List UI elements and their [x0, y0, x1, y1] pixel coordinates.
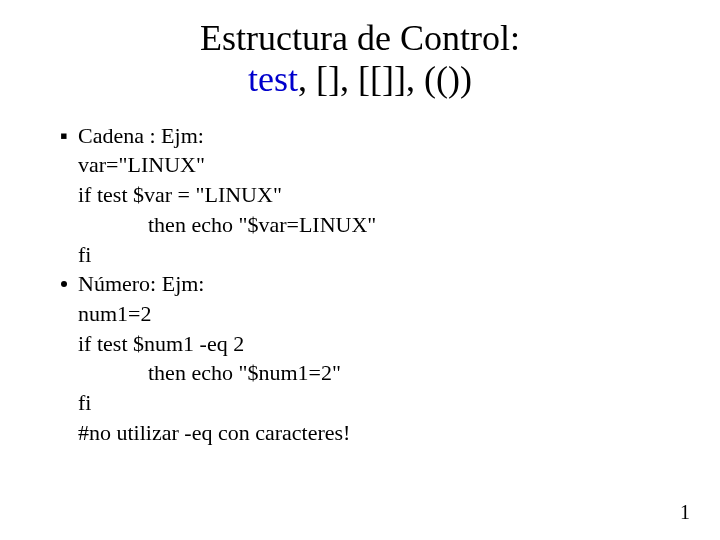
body-line: if test $num1 -eq 2 — [50, 329, 720, 359]
body-text: var="LINUX" — [78, 150, 720, 180]
body-text: fi — [78, 240, 720, 270]
bullet-square-icon: ▪ — [50, 121, 78, 151]
body-text: if test $var = "LINUX" — [78, 180, 720, 210]
slide-title: Estructura de Control: test, [], [[]], (… — [0, 0, 720, 101]
body-line: then echo "$num1=2" — [50, 358, 720, 388]
body-line: Número: Ejm: — [50, 269, 720, 299]
title-keyword: test — [248, 59, 298, 99]
body-line: ▪ Cadena : Ejm: — [50, 121, 720, 151]
body-text: num1=2 — [78, 299, 720, 329]
body-text: Cadena : Ejm: — [78, 121, 720, 151]
body-text: #no utilizar -eq con caracteres! — [78, 418, 720, 448]
body-text: if test $num1 -eq 2 — [78, 329, 720, 359]
title-suffix: , [], [[]], (()) — [298, 59, 472, 99]
slide: Estructura de Control: test, [], [[]], (… — [0, 0, 720, 540]
body-text: fi — [78, 388, 720, 418]
title-line1: Estructura de Control: — [200, 18, 520, 58]
body-text: then echo "$var=LINUX" — [78, 210, 720, 240]
bullet-disc-icon — [50, 269, 78, 299]
body-line: fi — [50, 388, 720, 418]
body-line: if test $var = "LINUX" — [50, 180, 720, 210]
body-line: num1=2 — [50, 299, 720, 329]
body-line: var="LINUX" — [50, 150, 720, 180]
page-number: 1 — [680, 501, 690, 524]
body-line: #no utilizar -eq con caracteres! — [50, 418, 720, 448]
slide-body: ▪ Cadena : Ejm: var="LINUX" if test $var… — [50, 121, 720, 448]
body-line: then echo "$var=LINUX" — [50, 210, 720, 240]
body-line: fi — [50, 240, 720, 270]
body-text: Número: Ejm: — [78, 269, 720, 299]
body-text: then echo "$num1=2" — [78, 358, 720, 388]
